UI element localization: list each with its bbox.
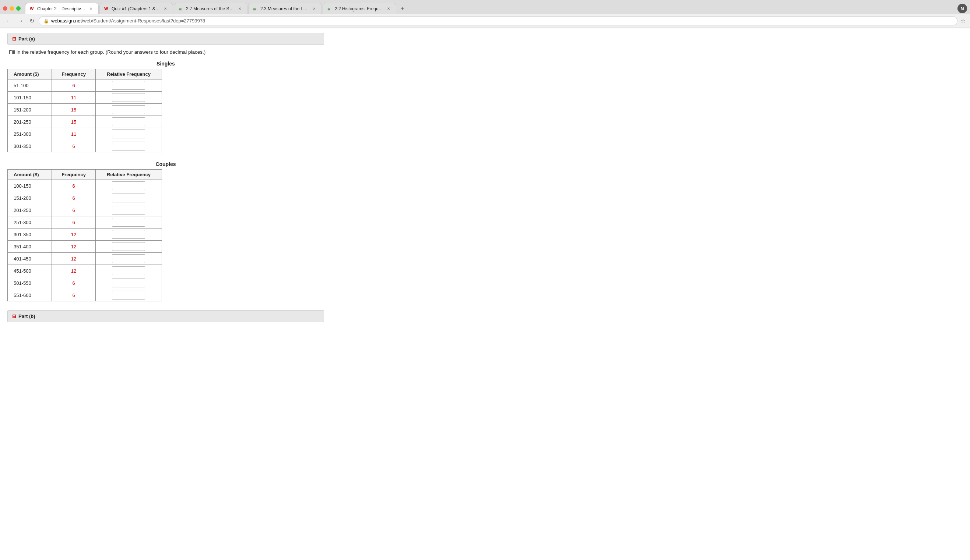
couples-table-row: 551-600 6	[8, 289, 162, 301]
couples-amount-6: 401-450	[8, 253, 52, 265]
couples-table-header-row: Amount ($) Frequency Relative Frequency	[8, 170, 162, 180]
couples-rel-freq-cell-3	[95, 217, 162, 228]
part-a-label: Part (a)	[18, 36, 35, 42]
couples-rel-freq-input-2[interactable]	[112, 206, 145, 215]
couples-table-row: 301-350 12	[8, 228, 162, 241]
couples-col-rel-freq: Relative Frequency	[95, 170, 162, 180]
back-button[interactable]: ←	[4, 17, 13, 25]
tab-quiz[interactable]: W Quiz #1 (Chapters 1 & 2) – N ✕	[99, 3, 173, 14]
couples-rel-freq-cell-8	[95, 277, 162, 289]
couples-table-row: 501-550 6	[8, 277, 162, 289]
singles-table-row: 301-350 6	[8, 140, 162, 152]
tab-favicon-4: ≡	[253, 6, 258, 12]
couples-rel-freq-input-9[interactable]	[112, 291, 145, 300]
page-content: ⊟ Part (a) Fill in the relative frequenc…	[0, 28, 331, 327]
couples-rel-freq-cell-7	[95, 265, 162, 277]
couples-rel-freq-input-8[interactable]	[112, 278, 145, 287]
singles-rel-freq-input-3[interactable]	[112, 117, 145, 126]
part-a-toggle[interactable]: ⊟	[12, 36, 16, 42]
singles-frequency-3: 15	[52, 116, 95, 128]
couples-rel-freq-cell-0	[95, 180, 162, 192]
url-path: /web/Student/Assignment-Responses/last?d…	[82, 18, 205, 23]
tab-close-1[interactable]: ✕	[88, 6, 94, 12]
couples-rel-freq-cell-1	[95, 192, 162, 204]
url-text: webassign.net/web/Student/Assignment-Res…	[51, 18, 205, 23]
singles-frequency-5: 6	[52, 140, 95, 152]
couples-amount-3: 251-300	[8, 217, 52, 228]
tab-measures-location[interactable]: ≡ 2.3 Measures of the Locati ✕	[248, 3, 322, 14]
address-bar-icons: ☆	[960, 17, 966, 24]
couples-frequency-2: 6	[52, 204, 95, 217]
url-bar[interactable]: 🔒 webassign.net/web/Student/Assignment-R…	[38, 16, 957, 25]
couples-table-row: 151-200 6	[8, 192, 162, 204]
singles-frequency-1: 11	[52, 92, 95, 104]
tab-chapter-descriptive[interactable]: W Chapter 2 – Descriptive Sta ✕	[25, 3, 99, 14]
tab-measures-spread[interactable]: ≡ 2.7 Measures of the Spread ✕	[174, 3, 248, 14]
singles-rel-freq-input-0[interactable]	[112, 81, 145, 90]
couples-frequency-1: 6	[52, 192, 95, 204]
minimize-button[interactable]	[10, 6, 14, 11]
singles-rel-freq-input-5[interactable]	[112, 142, 145, 150]
couples-rel-freq-cell-4	[95, 228, 162, 241]
singles-rel-freq-cell-5	[95, 140, 162, 152]
tab-close-5[interactable]: ✕	[386, 6, 391, 12]
singles-col-amount: Amount ($)	[8, 69, 52, 80]
part-b-label: Part (b)	[18, 313, 35, 319]
singles-rel-freq-cell-2	[95, 104, 162, 116]
couples-table-row: 351-400 12	[8, 241, 162, 253]
couples-rel-freq-input-0[interactable]	[112, 182, 145, 190]
tab-close-4[interactable]: ✕	[311, 6, 317, 12]
singles-rel-freq-input-1[interactable]	[112, 93, 145, 102]
browser-chrome: W Chapter 2 – Descriptive Sta ✕ W Quiz #…	[0, 0, 970, 28]
couples-col-amount: Amount ($)	[8, 170, 52, 180]
singles-table-row: 251-300 11	[8, 128, 162, 140]
singles-amount-4: 251-300	[8, 128, 52, 140]
couples-rel-freq-cell-9	[95, 289, 162, 301]
part-b-toggle[interactable]: ⊟	[12, 313, 16, 319]
tab-label-5: 2.2 Histograms, Frequency	[335, 6, 383, 12]
singles-amount-0: 51-100	[8, 80, 52, 92]
singles-rel-freq-input-2[interactable]	[112, 105, 145, 114]
couples-rel-freq-input-1[interactable]	[112, 193, 145, 202]
tab-label-2: Quiz #1 (Chapters 1 & 2) – N	[112, 6, 160, 12]
couples-frequency-9: 6	[52, 289, 95, 301]
traffic-lights	[3, 6, 21, 11]
tab-label-3: 2.7 Measures of the Spread	[186, 6, 234, 12]
maximize-button[interactable]	[16, 6, 21, 11]
bookmark-icon[interactable]: ☆	[960, 17, 966, 24]
tab-histograms[interactable]: ≡ 2.2 Histograms, Frequency ✕	[323, 3, 396, 14]
singles-amount-2: 151-200	[8, 104, 52, 116]
couples-rel-freq-input-3[interactable]	[112, 218, 145, 227]
singles-table: Amount ($) Frequency Relative Frequency …	[7, 69, 162, 152]
singles-rel-freq-cell-1	[95, 92, 162, 104]
couples-rel-freq-input-7[interactable]	[112, 267, 145, 275]
singles-table-row: 51-100 6	[8, 80, 162, 92]
singles-table-section: Singles Amount ($) Frequency Relative Fr…	[7, 61, 324, 152]
tab-favicon-5: ≡	[328, 6, 333, 12]
profile-avatar[interactable]: N	[957, 4, 967, 13]
couples-rel-freq-input-6[interactable]	[112, 254, 145, 263]
tab-close-3[interactable]: ✕	[237, 6, 242, 12]
couples-frequency-7: 12	[52, 265, 95, 277]
singles-rel-freq-input-4[interactable]	[112, 130, 145, 138]
singles-amount-1: 101-150	[8, 92, 52, 104]
new-tab-button[interactable]: +	[397, 3, 408, 14]
tab-label-4: 2.3 Measures of the Locati	[260, 6, 309, 12]
couples-table: Amount ($) Frequency Relative Frequency …	[7, 169, 162, 301]
instruction-text: Fill in the relative frequency for each …	[7, 49, 324, 55]
part-b-header: ⊟ Part (b)	[7, 310, 324, 322]
couples-table-row: 401-450 12	[8, 253, 162, 265]
singles-table-row: 151-200 15	[8, 104, 162, 116]
tab-close-2[interactable]: ✕	[162, 6, 168, 12]
couples-table-row: 201-250 6	[8, 204, 162, 217]
tab-label-1: Chapter 2 – Descriptive Sta	[37, 6, 86, 12]
couples-rel-freq-input-5[interactable]	[112, 242, 145, 251]
couples-title: Couples	[7, 161, 324, 167]
couples-amount-2: 201-250	[8, 204, 52, 217]
forward-button[interactable]: →	[16, 17, 25, 25]
couples-rel-freq-input-4[interactable]	[112, 230, 145, 239]
reload-button[interactable]: ↻	[28, 17, 36, 25]
singles-col-frequency: Frequency	[52, 69, 95, 80]
close-button[interactable]	[3, 6, 7, 11]
couples-amount-1: 151-200	[8, 192, 52, 204]
